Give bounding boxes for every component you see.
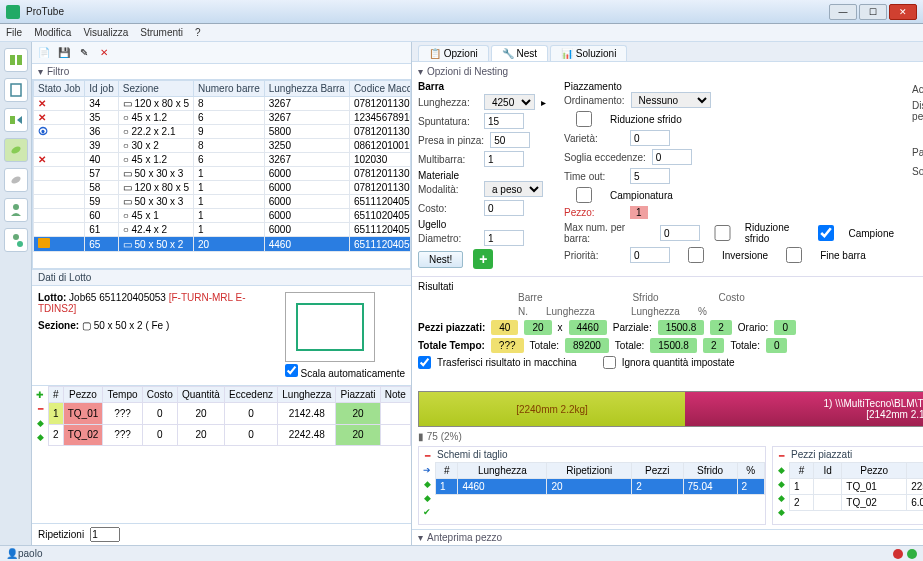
pezzo-row[interactable]: 2TQ_02???02002242.4820 [49, 424, 411, 446]
user-icon: 👤 [6, 548, 18, 559]
up-icon[interactable]: ◆ [34, 418, 46, 428]
job-col[interactable]: Stato Job [34, 81, 85, 97]
lotto-label: Lotto: [38, 292, 66, 303]
check-icon[interactable]: ✔ [421, 507, 433, 517]
tool-5[interactable] [4, 168, 28, 192]
varieta-input[interactable] [630, 130, 670, 146]
svg-point-7 [13, 234, 19, 240]
jobs-grid[interactable]: Stato JobId jobSezioneNumero barreLunghe… [32, 79, 411, 269]
nest-button[interactable]: Nest! [418, 251, 463, 268]
tab-opzioni[interactable]: 📋 Opzioni [418, 45, 489, 61]
job-row[interactable]: 61○ 42.4 x 216000651112040505159.3 [34, 223, 412, 237]
inversione2-checkbox[interactable] [912, 182, 923, 198]
tb-delete-icon[interactable]: ✕ [96, 45, 112, 61]
ordinamento-select[interactable]: Nessuno [631, 92, 711, 108]
tool-2[interactable] [4, 78, 28, 102]
campionatura-checkbox[interactable] [564, 187, 604, 203]
timeout-input[interactable] [630, 168, 670, 184]
tb-new-icon[interactable]: 📄 [36, 45, 52, 61]
dn2-icon[interactable]: ◆ [775, 507, 787, 517]
job-row[interactable]: 57▭ 50 x 30 x 3160000781201130205??? [34, 167, 412, 181]
pezzi-grid[interactable]: ✚ ━ ◆ ◆ #PezzoTempoCostoQuantitàEccedenz… [32, 385, 411, 446]
tab-nest[interactable]: 🔧 Nest [491, 45, 548, 61]
menu-help[interactable]: ? [195, 27, 201, 38]
inversione-checkbox[interactable] [676, 247, 716, 263]
job-col[interactable]: Numero barre [194, 81, 265, 97]
rid-sfrido-checkbox[interactable] [706, 225, 739, 241]
tool-4-active[interactable] [4, 138, 28, 162]
bar-footer: ▮ 75 (2%) [412, 431, 923, 442]
job-row[interactable]: ⦿36○ 22.2 x 2.195800078120113020510:22.4 [34, 125, 412, 139]
bar-count: n.20 (max 20) [412, 376, 923, 387]
left-toolbar: 📄 💾 ✎ ✕ [32, 42, 411, 64]
job-row[interactable]: ✕34▭ 120 x 80 x 583267078120113020510:19… [34, 97, 412, 111]
menu-file[interactable]: File [6, 27, 22, 38]
dn-icon[interactable]: ◆ [775, 479, 787, 489]
tab-soluzioni[interactable]: 📊 Soluzioni [550, 45, 627, 61]
job-row[interactable]: 58▭ 120 x 80 x 51600007812011302052:16.9 [34, 181, 412, 195]
remove-icon[interactable]: ━ [421, 451, 433, 461]
remove-icon[interactable]: ━ [775, 451, 787, 461]
scala-checkbox[interactable] [285, 364, 298, 377]
window-title: ProTube [26, 6, 829, 17]
job-row[interactable]: 60○ 45 x 116000651102040505145 [34, 209, 412, 223]
up2-icon[interactable]: ◆ [775, 493, 787, 503]
job-row[interactable]: 65▭ 50 x 50 x 22044606511120405053??? [34, 237, 412, 252]
dn-icon[interactable]: ◆ [421, 493, 433, 503]
menu-modifica[interactable]: Modifica [34, 27, 71, 38]
totale-tempo-label: Totale Tempo: [418, 340, 485, 351]
priorita-input[interactable] [630, 247, 670, 263]
menu-visualizza[interactable]: Visualizza [83, 27, 128, 38]
tool-6[interactable] [4, 198, 28, 222]
pezzo-row[interactable]: 1TQ_01???02002142.4820 [49, 403, 411, 425]
presa-input[interactable] [490, 132, 530, 148]
ignora-checkbox[interactable] [603, 356, 616, 369]
svg-rect-2 [11, 84, 21, 96]
tb-edit-icon[interactable]: ✎ [76, 45, 92, 61]
modalita-select[interactable]: a peso [484, 181, 543, 197]
job-row[interactable]: ✕40○ 45 x 1.2632671020303:15 [34, 153, 412, 167]
priorita-label: Priorità: [564, 250, 624, 261]
piazzati-row[interactable]: 1TQ_012250.5200 [790, 479, 923, 495]
arrow-icon[interactable]: ➔ [421, 465, 433, 475]
costo-input[interactable] [484, 200, 524, 216]
remove-icon[interactable]: ━ [34, 404, 46, 414]
close-button[interactable]: ✕ [889, 4, 917, 20]
spuntatura-input[interactable] [484, 113, 524, 129]
job-row[interactable]: 39○ 30 x 28325008612010010702??? [34, 139, 412, 153]
tb-save-icon[interactable]: 💾 [56, 45, 72, 61]
job-col[interactable]: Sezione [118, 81, 193, 97]
add-icon[interactable]: ✚ [34, 390, 46, 400]
dn-icon[interactable]: ◆ [34, 432, 46, 442]
campione-checkbox[interactable] [810, 225, 843, 241]
minimize-button[interactable]: — [829, 4, 857, 20]
tool-3[interactable] [4, 108, 28, 132]
ripetizioni-input[interactable] [90, 527, 120, 542]
multibarra-input[interactable] [484, 151, 524, 167]
lunghezza-select[interactable]: 4250 [484, 94, 535, 110]
job-col[interactable]: Lunghezza Barra [264, 81, 349, 97]
rotazione-checkbox[interactable] [912, 125, 923, 141]
maximize-button[interactable]: ☐ [859, 4, 887, 20]
riduzione-checkbox[interactable] [564, 111, 604, 127]
job-col[interactable]: Codice Macchina [349, 81, 411, 97]
up-icon[interactable]: ◆ [421, 479, 433, 489]
job-row[interactable]: ✕35○ 45 x 1.263267123456789103:15 [34, 111, 412, 125]
tool-7[interactable] [4, 228, 28, 252]
up-icon[interactable]: ◆ [775, 465, 787, 475]
piazzati-row[interactable]: 2TQ_026.0400 [790, 495, 923, 511]
filtro-header[interactable]: ▾ Filtro [32, 64, 411, 79]
diametro-input[interactable] [484, 230, 524, 246]
max-barra-input[interactable] [660, 225, 700, 241]
job-row[interactable]: 59▭ 50 x 30 x 3160006511120405053??? [34, 195, 412, 209]
ordinamento-label: Ordinamento: [564, 95, 625, 106]
menu-strumenti[interactable]: Strumenti [140, 27, 183, 38]
arrow-right-icon[interactable]: ▸ [541, 97, 546, 108]
plus-button[interactable]: + [473, 249, 493, 269]
job-col[interactable]: Id job [85, 81, 118, 97]
tool-1[interactable] [4, 48, 28, 72]
fine-barra-checkbox[interactable] [774, 247, 814, 263]
presa-label: Presa in pinza: [418, 135, 484, 146]
soglia-ecc-input[interactable] [652, 149, 692, 165]
trasferisci-checkbox[interactable] [418, 356, 431, 369]
